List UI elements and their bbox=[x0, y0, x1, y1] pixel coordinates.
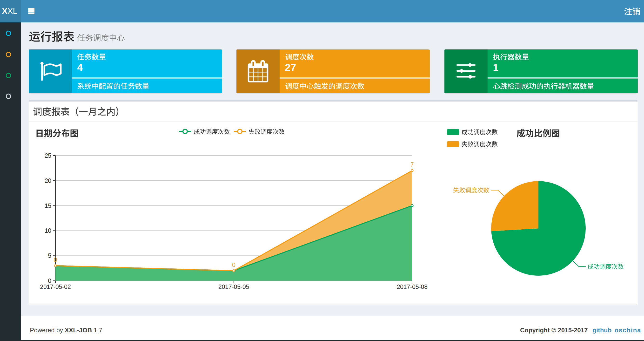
svg-text:Copyright © 2015-2017: Copyright © 2015-2017 bbox=[520, 326, 588, 334]
svg-text:github: github bbox=[592, 326, 612, 334]
svg-text:2017-05-02: 2017-05-02 bbox=[40, 283, 71, 290]
svg-text:10: 10 bbox=[44, 227, 51, 234]
svg-text:5: 5 bbox=[48, 252, 51, 259]
svg-text:0: 0 bbox=[54, 256, 57, 263]
svg-text:15: 15 bbox=[44, 202, 51, 209]
svg-text:27: 27 bbox=[285, 62, 296, 73]
svg-text:20: 20 bbox=[44, 177, 51, 184]
svg-text:XXL: XXL bbox=[2, 6, 17, 16]
svg-text:0: 0 bbox=[232, 261, 236, 268]
svg-text:Powered by XXL-JOB 1.7: Powered by XXL-JOB 1.7 bbox=[30, 326, 102, 334]
svg-text:7: 7 bbox=[410, 161, 414, 168]
svg-text:2017-05-08: 2017-05-08 bbox=[397, 283, 428, 290]
svg-text:25: 25 bbox=[44, 152, 51, 159]
svg-text:oschina: oschina bbox=[614, 326, 641, 334]
svg-text:0: 0 bbox=[48, 277, 51, 284]
svg-text:4: 4 bbox=[77, 62, 83, 73]
svg-text:1: 1 bbox=[493, 62, 498, 73]
svg-text:2017-05-05: 2017-05-05 bbox=[218, 283, 249, 290]
